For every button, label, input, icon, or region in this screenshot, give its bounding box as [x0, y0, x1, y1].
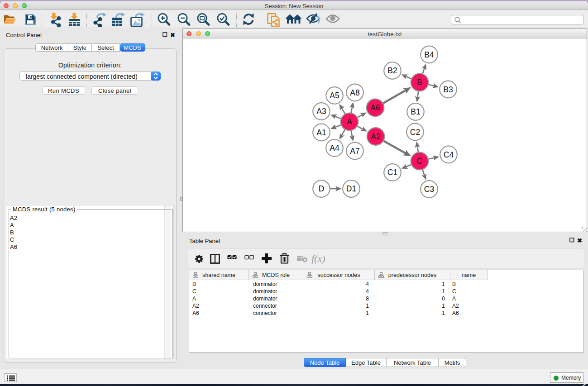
svg-text:A7: A7 [350, 147, 359, 156]
svg-text:A4: A4 [330, 143, 339, 152]
svg-text:A6: A6 [370, 103, 380, 112]
svg-text:B: B [417, 78, 422, 87]
svg-text:A2: A2 [371, 132, 380, 141]
svg-text:A5: A5 [330, 91, 339, 100]
svg-text:A3: A3 [316, 107, 326, 116]
svg-text:D: D [319, 184, 325, 193]
svg-text:C1: C1 [387, 168, 397, 177]
svg-text:D1: D1 [346, 184, 356, 193]
svg-text:C3: C3 [424, 185, 434, 194]
svg-text:B2: B2 [387, 66, 397, 75]
svg-text:A8: A8 [350, 88, 359, 97]
svg-text:B1: B1 [411, 107, 420, 116]
svg-text:C: C [417, 157, 423, 166]
svg-text:C2: C2 [410, 128, 420, 137]
svg-text:C4: C4 [444, 150, 454, 159]
svg-text:B4: B4 [424, 50, 434, 59]
svg-text:B3: B3 [443, 85, 453, 94]
svg-text:A: A [347, 117, 352, 126]
svg-text:A1: A1 [316, 128, 326, 137]
